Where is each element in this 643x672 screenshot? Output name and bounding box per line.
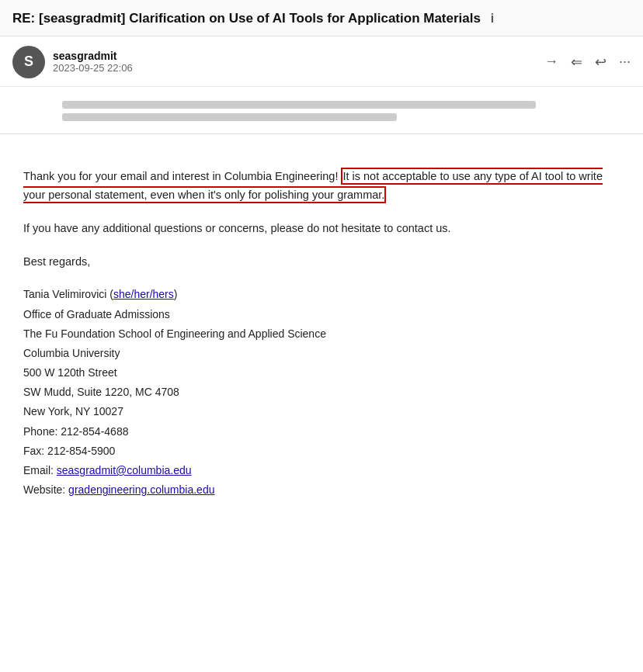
subject-text: RE: [seasgradmit] Clarification on Use o…: [12, 11, 481, 26]
email-actions: → ⇐ ↩ ···: [544, 54, 631, 71]
signature-line-7: New York, NY 10027: [23, 402, 620, 421]
signature-line-2: Office of Graduate Admissions: [23, 305, 620, 324]
website-link[interactable]: gradengineering.columbia.edu: [68, 483, 214, 496]
email-meta-row: S seasgradmit 2023-09-25 22:06 → ⇐ ↩ ···: [0, 36, 643, 87]
redacted-line-1: [62, 101, 536, 109]
avatar: S: [12, 46, 45, 78]
signature-website-line: Website: gradengineering.columbia.edu: [23, 480, 620, 500]
signature-name: Tania Velimirovici (: [23, 288, 113, 300]
email-link[interactable]: seasgradmit@columbia.edu: [57, 464, 192, 476]
email-header: RE: [seasgradmit] Clarification on Use o…: [0, 0, 643, 36]
signature-line-3: The Fu Foundation School of Engineering …: [23, 324, 620, 344]
signature-line-4: Columbia University: [23, 344, 620, 363]
signature-line-8: Phone: 212-854-4688: [23, 422, 620, 442]
signature-block: Tania Velimirovici (she/her/hers) Office…: [23, 285, 620, 500]
paragraph-1-start: Thank you for your email and interest in…: [23, 170, 341, 182]
website-label: Website:: [23, 483, 68, 496]
sender-date: 2023-09-25 22:06: [53, 62, 544, 74]
signature-email-line: Email: seasgradmit@columbia.edu: [23, 461, 620, 480]
avatar-letter: S: [24, 54, 33, 70]
forward-icon[interactable]: →: [544, 54, 558, 70]
reply-all-icon[interactable]: ⇐: [571, 54, 582, 71]
signature-line-5: 500 W 120th Street: [23, 363, 620, 383]
email-body: Thank you for your email and interest in…: [0, 144, 643, 524]
info-icon[interactable]: i: [491, 12, 494, 25]
redacted-line-2: [62, 113, 397, 121]
divider: [0, 133, 643, 134]
paragraph-2: If you have any additional questions or …: [23, 219, 620, 238]
paragraph-1: Thank you for your email and interest in…: [23, 167, 620, 205]
signature-name-line: Tania Velimirovici (she/her/hers): [23, 285, 620, 304]
reply-icon[interactable]: ↩: [595, 54, 607, 71]
more-icon[interactable]: ···: [619, 54, 631, 70]
email-label: Email:: [23, 464, 57, 476]
email-container: RE: [seasgradmit] Clarification on Use o…: [0, 0, 643, 672]
sender-info: seasgradmit 2023-09-25 22:06: [53, 50, 544, 74]
signature-line-9: Fax: 212-854-5900: [23, 442, 620, 461]
paragraph-3: Best regards,: [23, 252, 620, 272]
pronouns-link[interactable]: she/her/hers: [113, 288, 174, 300]
signature-line-6: SW Mudd, Suite 1220, MC 4708: [23, 383, 620, 402]
sender-name: seasgradmit: [53, 50, 544, 62]
email-subject: RE: [seasgradmit] Clarification on Use o…: [12, 9, 631, 28]
signature-name-end: ): [174, 288, 178, 300]
